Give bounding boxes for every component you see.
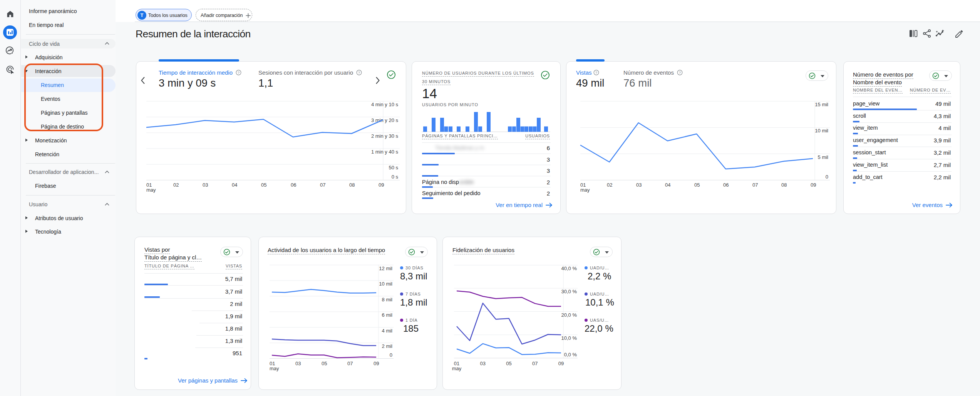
svg-text:03: 03: [203, 182, 208, 188]
svg-text:03: 03: [480, 361, 486, 366]
svg-text:02: 02: [607, 182, 612, 188]
svg-text:08: 08: [781, 182, 787, 188]
svg-text:07: 07: [532, 361, 538, 366]
svg-text:05: 05: [694, 182, 700, 188]
svg-text:08: 08: [349, 182, 355, 188]
svg-text:5 mil: 5 mil: [818, 154, 829, 160]
svg-text:03: 03: [636, 182, 642, 188]
svg-text:4 mil: 4 mil: [382, 328, 393, 334]
svg-text:07: 07: [320, 182, 325, 188]
svg-text:6 mil: 6 mil: [382, 312, 393, 318]
svg-text:06: 06: [723, 182, 729, 188]
svg-text:12 mil: 12 mil: [379, 266, 392, 271]
svg-text:0,0 %: 0,0 %: [564, 352, 577, 358]
svg-text:3 min y 20 s: 3 min y 20 s: [371, 117, 399, 123]
svg-text:02: 02: [173, 182, 179, 188]
svg-text:4 min y 10 s: 4 min y 10 s: [371, 102, 399, 107]
svg-text:06: 06: [291, 182, 296, 188]
svg-text:10 mil: 10 mil: [815, 128, 828, 134]
svg-text:05: 05: [506, 361, 511, 366]
svg-text:50 s: 50 s: [389, 165, 398, 170]
svg-text:07: 07: [752, 182, 758, 188]
svg-text:10 mil: 10 mil: [379, 281, 392, 287]
svg-text:may: may: [270, 366, 279, 371]
svg-text:09: 09: [811, 182, 816, 188]
svg-text:05: 05: [261, 182, 266, 188]
svg-text:20,0 %: 20,0 %: [561, 312, 577, 318]
svg-text:0 s: 0 s: [392, 174, 399, 180]
svg-text:0: 0: [390, 352, 392, 358]
svg-text:09: 09: [374, 361, 379, 366]
svg-text:may: may: [146, 187, 156, 193]
svg-text:15 mil: 15 mil: [815, 102, 828, 107]
svg-text:09: 09: [558, 361, 564, 366]
svg-text:may: may: [580, 187, 590, 193]
svg-text:2 mil: 2 mil: [382, 343, 393, 349]
svg-text:10,0 %: 10,0 %: [561, 335, 577, 341]
svg-text:may: may: [452, 366, 462, 371]
svg-text:03: 03: [295, 361, 301, 366]
svg-text:04: 04: [232, 182, 237, 188]
svg-text:04: 04: [665, 182, 670, 188]
svg-text:8 mil: 8 mil: [382, 297, 393, 302]
svg-text:07: 07: [347, 361, 353, 366]
svg-text:09: 09: [379, 182, 384, 188]
svg-text:05: 05: [322, 361, 327, 366]
svg-text:2 min y 30 s: 2 min y 30 s: [371, 133, 399, 139]
svg-text:30,0 %: 30,0 %: [561, 289, 577, 294]
svg-text:0: 0: [826, 174, 828, 180]
svg-text:1 min y 40 s: 1 min y 40 s: [371, 149, 399, 155]
svg-text:40,0 %: 40,0 %: [561, 266, 577, 271]
